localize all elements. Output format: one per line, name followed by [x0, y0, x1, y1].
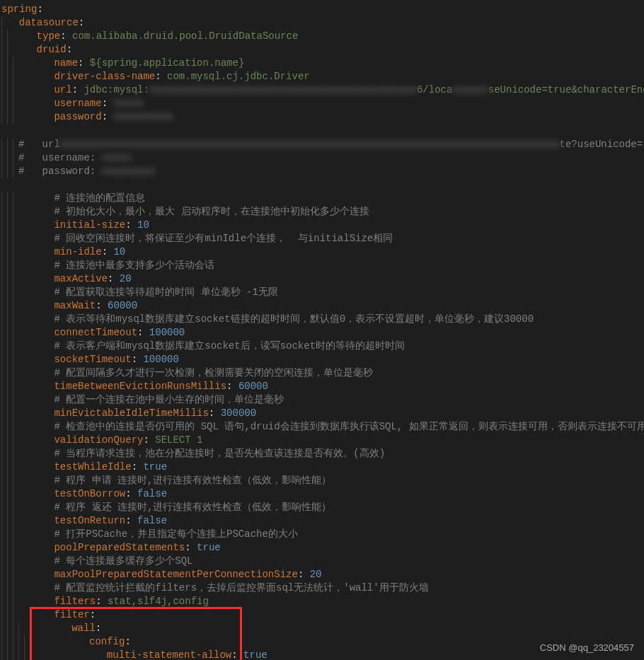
yaml-key: min-idle: [54, 246, 101, 257]
code-line: # password: xxxxxxxxx: [1, 165, 638, 178]
yaml-key: multi-statement-allow: [107, 649, 231, 660]
code-line: testWhileIdle: true: [1, 461, 638, 474]
yaml-key: validationQuery: [54, 434, 143, 446]
yaml-value: false: [137, 488, 167, 499]
yaml-key: config: [89, 636, 125, 647]
comment: #: [18, 166, 42, 177]
code-line: # 初始化大小，最小，最大 启动程序时，在连接池中初始化多少个连接: [1, 205, 638, 219]
code-line: testOnBorrow: false: [1, 487, 638, 501]
yaml-value: false: [137, 515, 167, 526]
comment: 回收空闲连接时，将保证至少有minIdle个连接， 与initialSize相同: [66, 233, 393, 244]
comment: 连接池中最多支持多少个活动会话: [66, 260, 214, 271]
redacted-text: xxxxxxxxxxxxxxxxxxxxxxxxxxxxxxxxxxxxxxxx…: [60, 138, 560, 151]
yaml-value: stat,slf4j,config: [108, 596, 209, 607]
yaml-key: datasource: [19, 17, 79, 28]
code-line: min-idle: 10: [1, 245, 638, 259]
code-line: # 表示客户端和mysql数据库建立socket后，读写socket时的等待的超…: [1, 340, 638, 353]
comment: 配置获取连接等待超时的时间 单位毫秒 -1无限: [66, 286, 278, 298]
code-line: minEvictableIdleTimeMillis: 300000: [1, 407, 638, 420]
code-line: # 配置监控统计拦截的filters，去掉后监控界面sql无法统计，'wall'…: [1, 581, 638, 595]
code-line: [1, 125, 638, 138]
comment: 配置间隔多久才进行一次检测，检测需要关闭的空闲连接，单位是毫秒: [66, 367, 373, 378]
code-line: maxActive: 20: [1, 272, 638, 286]
yaml-key: driver-class-name: [54, 71, 155, 82]
yaml-key: maxPoolPreparedStatementPerConnectionSiz…: [54, 569, 297, 580]
yaml-key: testOnBorrow: [54, 488, 125, 499]
code-line: wall:: [1, 622, 638, 635]
code-line: type: com.alibaba.druid.pool.DruidDataSo…: [1, 30, 638, 43]
code-line: poolPreparedStatements: true: [1, 541, 638, 555]
code-line: name: ${spring.application.name}: [1, 57, 638, 70]
code-line: connectTimeout: 100000: [1, 326, 638, 340]
code-line: filters: stat,slf4j,config: [1, 595, 638, 608]
yaml-key: filter: [54, 609, 89, 620]
comment: 初始化大小，最小，最大 启动程序时，在连接池中初始化多少个连接: [66, 206, 369, 217]
yaml-key: spring: [1, 4, 37, 15]
redacted-text: xxxxx: [102, 151, 132, 165]
yaml-key: username: [54, 98, 101, 109]
yaml-value: com.mysql.cj.jdbc.Driver: [167, 71, 310, 82]
code-line: filter:: [1, 608, 638, 622]
yaml-value: ${spring.application.name}: [90, 57, 244, 69]
code-line: # 每个连接最多缓存多少个SQL: [1, 555, 638, 568]
code-line: initial-size: 10: [1, 219, 638, 232]
code-line: testOnReturn: false: [1, 514, 638, 528]
yaml-value: 300000: [221, 407, 256, 419]
yaml-value: 10: [113, 246, 125, 257]
code-line: validationQuery: SELECT 1: [1, 434, 638, 447]
comment: 当程序请求连接，池在分配连接时，是否先检查该连接是否有效。(高效): [66, 448, 385, 459]
code-line: # 配置一个连接在池中最小生存的时间，单位是毫秒: [1, 393, 638, 407]
code-line: spring:: [1, 3, 638, 16]
yaml-key: filters: [54, 596, 96, 607]
code-line: # 回收空闲连接时，将保证至少有minIdle个连接， 与initialSize…: [1, 232, 638, 245]
code-line: # 检查池中的连接是否仍可用的 SQL 语句,druid会连接到数据库执行该SQ…: [1, 420, 638, 434]
code-line: # 程序 返还 连接时,进行连接有效性检查（低效，影响性能）: [1, 501, 638, 514]
code-line: maxPoolPreparedStatementPerConnectionSiz…: [1, 568, 638, 581]
code-line: # 配置间隔多久才进行一次检测，检测需要关闭的空闲连接，单位是毫秒: [1, 366, 638, 380]
yaml-key: url: [54, 84, 71, 95]
yaml-value: 20: [310, 569, 322, 580]
yaml-key: timeBetweenEvictionRunsMillis: [54, 381, 226, 392]
yaml-value: 60000: [108, 300, 137, 311]
yaml-value: true: [243, 649, 268, 660]
yaml-value: 10: [137, 219, 149, 231]
yaml-key: poolPreparedStatements: [54, 542, 185, 553]
yaml-value: jdbc:mysql:: [84, 84, 149, 95]
comment: 打开PSCache，并且指定每个连接上PSCache的大小: [66, 528, 298, 540]
yaml-key: type: [37, 30, 61, 42]
comment: 配置监控统计拦截的filters，去掉后监控界面sql无法统计，'wall'用于…: [66, 582, 428, 594]
comment: 连接池的配置信息: [66, 192, 145, 204]
code-editor: spring: datasource: type: com.alibaba.dr…: [0, 0, 644, 660]
code-line: url: jdbc:mysql:xxxxxxxxxxxxxxxxxxxxxxxx…: [1, 83, 638, 97]
yaml-value: com.alibaba.druid.pool.DruidDataSource: [72, 30, 298, 42]
code-line: # username: xxxxx: [1, 151, 638, 165]
yaml-key: testWhileIdle: [54, 461, 131, 473]
yaml-key: initial-size: [54, 219, 125, 231]
yaml-value: 60000: [238, 381, 268, 392]
code-line: timeBetweenEvictionRunsMillis: 60000: [1, 380, 638, 393]
yaml-key: connectTimeout: [54, 327, 137, 338]
redacted-text: xxxxxxxxxx: [113, 110, 173, 124]
comment: 检查池中的连接是否仍可用的 SQL 语句,druid会连接到数据库执行该SQL,…: [66, 421, 644, 432]
comment: #: [18, 139, 42, 150]
yaml-value: 100000: [149, 327, 185, 338]
watermark-text: CSDN @qq_23204557: [540, 641, 634, 654]
comment: 程序 返还 连接时,进行连接有效性检查（低效，影响性能）: [66, 502, 331, 513]
yaml-key: testOnReturn: [54, 515, 125, 526]
code-line: maxWait: 60000: [1, 299, 638, 313]
comment: 配置一个连接在池中最小生存的时间，单位是毫秒: [66, 394, 284, 405]
code-line: # 配置获取连接等待超时的时间 单位毫秒 -1无限: [1, 286, 638, 299]
comment: #: [18, 152, 42, 163]
yaml-value: 20: [120, 273, 132, 284]
yaml-value: 100000: [143, 354, 178, 365]
code-line: # 程序 申请 连接时,进行连接有效性检查（低效，影响性能）: [1, 474, 638, 487]
comment: 每个连接最多缓存多少个SQL: [66, 555, 192, 567]
yaml-key: name: [54, 57, 78, 69]
code-line: # 打开PSCache，并且指定每个连接上PSCache的大小: [1, 528, 638, 541]
code-line: password: xxxxxxxxxx: [1, 110, 638, 124]
yaml-key: maxWait: [54, 300, 96, 311]
redacted-text: xxxxx: [113, 97, 143, 110]
yaml-value: SELECT 1: [155, 434, 202, 446]
code-line: username: xxxxx: [1, 97, 638, 110]
code-line: datasource:: [1, 16, 638, 30]
